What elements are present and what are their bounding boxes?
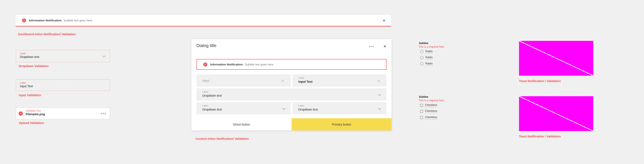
radio-option[interactable]: Radio	[420, 56, 432, 60]
radio-label: Radio	[425, 50, 432, 54]
radio-icon[interactable]	[420, 56, 424, 59]
upload-filename: Filename.png	[26, 112, 45, 116]
dialog-dropdown-row-split: Label Dropdown text Label Dropdown text	[196, 102, 386, 114]
content-notification-caption: Content-Inline Notification/ Validation	[196, 137, 249, 140]
content-inline-notification: ✕ Information Notification. Subtitle tex…	[196, 59, 386, 70]
checkbox-option[interactable]: Checkbox	[420, 104, 437, 107]
dropdown-value: Dropdown text	[298, 108, 318, 111]
checkbox-label: Checkbox	[425, 110, 437, 113]
checkbox-validation-group: Subline This is a required field. Checkb…	[418, 94, 474, 123]
upload-validation-caption: Upload Validation	[19, 121, 44, 125]
dropdown-label: Label	[202, 90, 208, 93]
radio-icon[interactable]	[420, 50, 424, 53]
input-validation-field[interactable]: Label Input Text	[16, 79, 110, 91]
chevron-down-icon	[282, 107, 285, 110]
dropdown-value: Dropdown text	[202, 108, 222, 111]
input-counter: 00	[281, 79, 284, 82]
dropdown-label: Label	[20, 52, 26, 55]
upload-validation-text: Validation Text	[26, 110, 41, 112]
input-placeholder: Input	[202, 79, 209, 82]
required-field-error: This is a required field.	[419, 99, 444, 102]
radio-label: Radio	[425, 62, 432, 66]
dialog: Dialog title ✕ ✕ Information Notificatio…	[192, 39, 392, 130]
input-field-empty[interactable]: Input 00	[196, 74, 291, 86]
dialog-title: Dialog title	[196, 43, 216, 48]
error-icon: ✕	[203, 62, 207, 66]
close-icon[interactable]: ✕	[384, 45, 386, 48]
dropdown-field-right[interactable]: Label Dropdown text	[292, 102, 387, 114]
dropdown-label: Label	[202, 104, 208, 107]
notification-subtitle: Subtitle text goes here	[64, 19, 92, 22]
dropdown-value: Dropdown text	[20, 55, 39, 58]
checkbox-option[interactable]: Checkbox	[420, 110, 437, 113]
radio-validation-group: Subline This is a required field. Radio …	[418, 41, 474, 70]
notification-title: Information Notification.	[210, 63, 244, 66]
dropdown-validation-field[interactable]: Label Dropdown text	[16, 50, 110, 62]
checkbox-label: Checkbox	[425, 116, 437, 119]
checkbox-icon[interactable]	[420, 116, 423, 119]
input-value: Input Text	[298, 80, 312, 84]
dialog-dropdown-row-full: Label Dropdown text	[196, 88, 386, 100]
design-system-canvas: ✕ Information Notification. Subtitle tex…	[0, 0, 644, 164]
input-counter: 00	[377, 79, 380, 82]
radio-label: Radio	[425, 56, 432, 60]
radio-option[interactable]: Radio	[420, 50, 432, 54]
dashboard-notification-caption: Dashboard-Inline Notification/ Validatio…	[18, 32, 76, 36]
toast-notification-caption: Toast Notification / Validation	[519, 135, 561, 138]
checkbox-label: Checkbox	[425, 104, 437, 107]
overflow-menu-icon[interactable]	[369, 46, 374, 47]
primary-button[interactable]: Primary button	[292, 118, 392, 130]
dropdown-validation-caption: Dropdown Validation	[19, 64, 48, 68]
dropdown-field-left[interactable]: Label Dropdown text	[196, 102, 291, 114]
close-icon[interactable]: ✕	[382, 18, 386, 22]
dialog-input-row: Input 00 Label Input Text 00	[196, 74, 386, 86]
upload-validation-item: ✕ Validation Text Filename.png	[16, 108, 110, 119]
input-field-filled[interactable]: Label Input Text 00	[292, 74, 387, 86]
radio-icon[interactable]	[420, 62, 424, 66]
chevron-down-icon	[102, 54, 106, 57]
subline-heading: Subline	[419, 42, 428, 45]
input-label: Label	[298, 76, 304, 79]
overflow-menu-icon[interactable]	[101, 113, 106, 114]
toast-placeholder-image	[519, 96, 593, 131]
checkbox-icon[interactable]	[420, 110, 423, 113]
error-icon: ✕	[22, 18, 26, 22]
input-label: Label	[20, 82, 26, 84]
notification-title: Information Notification.	[29, 19, 62, 22]
error-icon: ✕	[18, 112, 23, 116]
dialog-footer: Ghost button Primary button	[192, 118, 392, 130]
chevron-down-icon	[378, 107, 381, 110]
dropdown-field-full[interactable]: Label Dropdown text	[196, 88, 386, 100]
dropdown-label: Label	[298, 104, 304, 107]
input-validation-caption: Input Validation	[19, 94, 41, 97]
subline-heading: Subline	[419, 95, 428, 98]
toast-placeholder-image	[519, 41, 593, 76]
checkbox-option[interactable]: Checkbox	[420, 116, 437, 119]
dashboard-inline-notification: ✕ Information Notification. Subtitle tex…	[16, 15, 391, 26]
input-value: Input Text	[20, 84, 33, 88]
required-field-error: This is a required field.	[419, 45, 444, 48]
ghost-button[interactable]: Ghost button	[192, 118, 292, 130]
toast-notification-caption: Toast Notification / Validation	[519, 79, 561, 83]
notification-subtitle: Subtitle text goes here	[245, 63, 274, 66]
checkbox-icon[interactable]	[420, 104, 423, 107]
radio-option[interactable]: Radio	[420, 62, 432, 66]
dropdown-value: Dropdown text	[202, 94, 222, 97]
chevron-down-icon	[378, 93, 381, 96]
